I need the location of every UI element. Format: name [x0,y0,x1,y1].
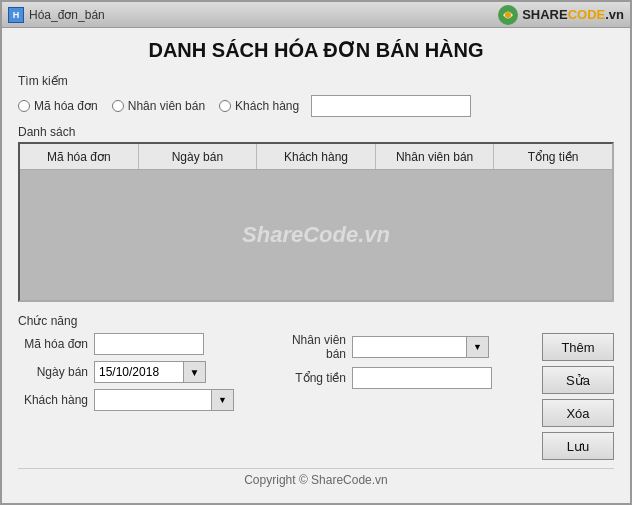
search-row: Mã hóa đơn Nhân viên bán Khách hàng [18,95,614,117]
col-nhanvienban: Nhân viên bán [376,144,495,169]
search-section-label: Tìm kiếm [18,74,614,88]
luu-button[interactable]: Lưu [542,432,614,460]
radio-nhanvien[interactable] [112,100,124,112]
mahoadon-input[interactable] [94,333,204,355]
radio-mahoadon[interactable] [18,100,30,112]
radio-khachhang[interactable] [219,100,231,112]
form-right: Nhân viên bán ▼ Tổng tiền [276,333,524,389]
form-row-mahoadon: Mã hóa đơn [18,333,266,355]
date-picker-button[interactable]: ▼ [184,361,206,383]
table-header: Mã hóa đơn Ngày bán Khách hàng Nhân viên… [20,144,612,170]
form-row-nhanvienban: Nhân viên bán ▼ [276,333,524,361]
search-radio-group: Mã hóa đơn Nhân viên bán Khách hàng [18,99,299,113]
radio-nhanvien-label: Nhân viên bán [128,99,205,113]
logo-area: SHARECODE.vn [497,4,624,26]
radio-mahoadon-label: Mã hóa đơn [34,99,98,113]
col-ngayban: Ngày bán [139,144,258,169]
svg-point-1 [505,12,511,18]
title-bar-left: H Hóa_đơn_bán [8,7,105,23]
nhanvienban-input[interactable] [352,336,467,358]
data-table: Mã hóa đơn Ngày bán Khách hàng Nhân viên… [18,142,614,302]
radio-item-mahoadon: Mã hóa đơn [18,99,98,113]
col-khachhang: Khách hàng [257,144,376,169]
nhanvienban-combo-wrapper: ▼ [352,336,489,358]
danh-sach-label: Danh sách [18,125,614,139]
mahoadon-label: Mã hóa đơn [18,337,88,351]
footer: Copyright © ShareCode.vn [18,468,614,493]
table-body[interactable]: ShareCode.vn [20,170,612,300]
chuc-nang-label: Chức năng [18,314,614,328]
search-input[interactable] [311,95,471,117]
table-watermark: ShareCode.vn [242,222,390,248]
radio-item-nhanvien: Nhân viên bán [112,99,205,113]
tongtien-input[interactable] [352,367,492,389]
ngayban-input[interactable] [94,361,184,383]
sharecode-logo-icon [497,4,519,26]
main-window: H Hóa_đơn_bán SHARECODE.vn DANH SÁCH HÓA… [0,0,632,505]
date-wrapper: ▼ [94,361,206,383]
title-bar: H Hóa_đơn_bán SHARECODE.vn [2,2,630,28]
form-row-ngayban: Ngày bán ▼ [18,361,266,383]
khachhang-dropdown-button[interactable]: ▼ [212,389,234,411]
danh-sach-section: Danh sách Mã hóa đơn Ngày bán Khách hàng… [18,125,614,306]
chuc-nang-section: Chức năng Mã hóa đơn Ngày bán ▼ [18,314,614,460]
window-title: Hóa_đơn_bán [29,8,105,22]
them-button[interactable]: Thêm [542,333,614,361]
xoa-button[interactable]: Xóa [542,399,614,427]
khachhang-combo-wrapper: ▼ [94,389,234,411]
logo-text: SHARECODE.vn [522,7,624,22]
tongtien-label: Tổng tiền [276,371,346,385]
search-section: Tìm kiếm Mã hóa đơn Nhân viên bán Khách … [18,74,614,117]
ngayban-label: Ngày bán [18,365,88,379]
page-title: DANH SÁCH HÓA ĐƠN BÁN HÀNG [18,38,614,62]
col-mahoadon: Mã hóa đơn [20,144,139,169]
radio-khachhang-label: Khách hàng [235,99,299,113]
copyright-text: Copyright © ShareCode.vn [244,473,388,487]
radio-item-khachhang: Khách hàng [219,99,299,113]
content-area: DANH SÁCH HÓA ĐƠN BÁN HÀNG Tìm kiếm Mã h… [2,28,630,503]
window-icon: H [8,7,24,23]
khachhang-label: Khách hàng [18,393,88,407]
form-row-khachhang: Khách hàng ▼ [18,389,266,411]
form-left: Mã hóa đơn Ngày bán ▼ Khách hàng [18,333,266,411]
col-tongtien: Tổng tiền [494,144,612,169]
khachhang-input[interactable] [94,389,212,411]
form-area: Mã hóa đơn Ngày bán ▼ Khách hàng [18,333,614,460]
nhanvienban-label: Nhân viên bán [276,333,346,361]
button-panel: Thêm Sửa Xóa Lưu [542,333,614,460]
nhanvienban-dropdown-button[interactable]: ▼ [467,336,489,358]
form-row-tongtien: Tổng tiền [276,367,524,389]
sua-button[interactable]: Sửa [542,366,614,394]
